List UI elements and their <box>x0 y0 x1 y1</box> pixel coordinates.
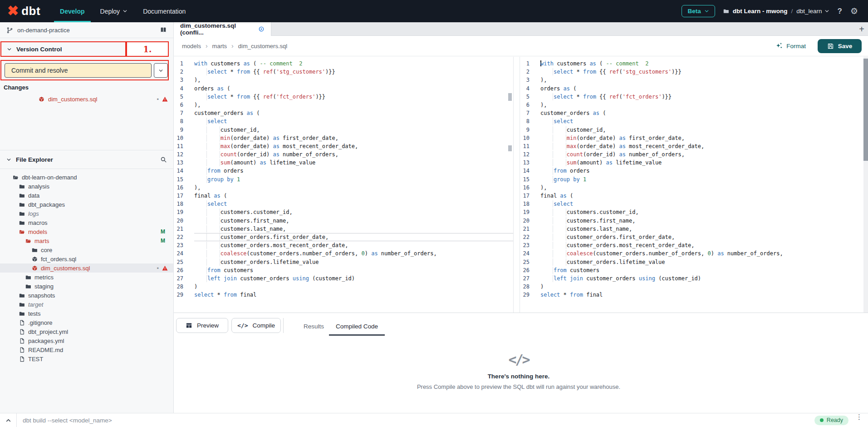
code-line-21[interactable]: 21 customers.last_name, <box>174 225 513 233</box>
changed-file-dim_customers.sql[interactable]: dim_customers.sql• <box>0 94 173 104</box>
tab-dim-customers[interactable]: dim_customers.sql (confli... <box>174 22 271 36</box>
nav-item-develop[interactable]: Develop <box>52 0 92 22</box>
code-editor-right[interactable]: 1with customers as ( -- comment 22 selec… <box>520 57 868 313</box>
code-line-21[interactable]: 21 customers.last_name, <box>520 225 868 233</box>
code-line-17[interactable]: 17final as ( <box>520 192 868 200</box>
code-line-13[interactable]: 13 sum(amount) as lifetime_value <box>174 159 513 167</box>
tree-item-fct_orders.sql[interactable]: fct_orders.sql <box>0 254 173 263</box>
nav-item-deploy[interactable]: Deploy <box>93 0 136 22</box>
collapse-panel-button[interactable] <box>0 417 16 423</box>
code-line-15[interactable]: 15 group by 1 <box>174 175 513 184</box>
tab-results[interactable]: Results <box>303 318 325 334</box>
new-tab-button[interactable]: + <box>859 22 864 36</box>
beta-dropdown[interactable]: Beta <box>682 5 715 17</box>
code-line-12[interactable]: 12 count(order_id) as number_of_orders, <box>174 150 513 159</box>
tree-item-tests[interactable]: tests <box>0 309 173 318</box>
code-line-8[interactable]: 8 select <box>174 117 513 125</box>
nav-item-documentation[interactable]: Documentation <box>135 0 193 22</box>
tree-item-staging[interactable]: staging <box>0 282 173 291</box>
code-line-11[interactable]: 11 max(order_date) as most_recent_order_… <box>174 142 513 150</box>
code-line-5[interactable]: 5 select * from {{ ref('fct_orders')}} <box>520 93 868 101</box>
tree-item-data[interactable]: data <box>0 191 173 200</box>
code-editor-left[interactable]: 1with customers as ( -- comment 22 selec… <box>174 57 513 313</box>
code-line-4[interactable]: 4orders as ( <box>520 84 868 93</box>
code-line-14[interactable]: 14 from orders <box>174 167 513 175</box>
tree-item-target[interactable]: target <box>0 300 173 309</box>
tree-item-macros[interactable]: macros <box>0 218 173 227</box>
format-button[interactable]: Format <box>775 42 806 50</box>
docs-book-icon[interactable] <box>160 26 167 34</box>
code-line-23[interactable]: 23 customer_orders.most_recent_order_dat… <box>174 241 513 249</box>
tree-item-.gitignore[interactable]: .gitignore <box>0 318 173 327</box>
tree-item-TEST[interactable]: TEST <box>0 354 173 363</box>
code-line-26[interactable]: 26 from customers <box>520 266 868 274</box>
code-line-9[interactable]: 9 customer_id, <box>520 126 868 134</box>
code-line-15[interactable]: 15 group by 1 <box>520 175 868 184</box>
compile-button[interactable]: </> Compile <box>231 318 281 333</box>
tree-item-models[interactable]: modelsM <box>0 227 173 236</box>
breadcrumb-file[interactable]: dim_customers.sql <box>238 43 287 50</box>
code-line-12[interactable]: 12 count(order_id) as number_of_orders, <box>520 150 868 159</box>
code-line-17[interactable]: 17final as ( <box>174 192 513 200</box>
breadcrumb-marts[interactable]: marts <box>212 43 227 50</box>
breadcrumb-models[interactable]: models <box>182 43 201 50</box>
code-line-10[interactable]: 10 min(order_date) as first_order_date, <box>174 134 513 142</box>
code-line-29[interactable]: 29select * from final <box>174 291 513 299</box>
save-button[interactable]: Save <box>818 39 862 53</box>
kebab-menu-icon[interactable]: ⋮​ <box>856 414 863 426</box>
tree-item-dbt-learn-on-demand[interactable]: dbt-learn-on-demand <box>0 173 173 182</box>
commit-and-resolve-button[interactable]: Commit and resolve <box>5 63 152 78</box>
code-line-14[interactable]: 14 from orders <box>520 167 868 175</box>
search-icon[interactable] <box>160 156 167 163</box>
tree-item-README.md[interactable]: README.md <box>0 345 173 354</box>
branch-selector[interactable]: on-demand-practice <box>0 22 173 38</box>
code-line-6[interactable]: 6), <box>520 101 868 109</box>
pane-resize-gutter[interactable] <box>513 57 520 313</box>
code-line-10[interactable]: 10 min(order_date) as first_order_date, <box>520 134 868 142</box>
tree-item-dbt_packages[interactable]: dbt_packages <box>0 200 173 209</box>
code-line-3[interactable]: 3), <box>520 76 868 84</box>
code-line-24[interactable]: 24 coalesce(customer_orders.number_of_or… <box>520 249 868 258</box>
code-line-4[interactable]: 4orders as ( <box>174 84 513 93</box>
code-line-28[interactable]: 28) <box>174 283 513 291</box>
gear-icon[interactable]: ⚙ <box>850 7 858 15</box>
tree-item-dbt_project.yml[interactable]: dbt_project.yml <box>0 327 173 336</box>
code-line-23[interactable]: 23 customer_orders.most_recent_order_dat… <box>520 241 868 249</box>
tree-item-core[interactable]: core <box>0 245 173 254</box>
code-line-7[interactable]: 7customer_orders as ( <box>520 109 868 117</box>
code-line-13[interactable]: 13 sum(amount) as lifetime_value <box>520 159 868 167</box>
code-line-5[interactable]: 5 select * from {{ ref('fct_orders')}} <box>174 93 513 101</box>
code-line-3[interactable]: 3), <box>174 76 513 84</box>
command-input[interactable]: dbt build --select <model_name> <box>23 417 814 424</box>
code-line-25[interactable]: 25 customer_orders.lifetime_value <box>174 258 513 266</box>
code-line-29[interactable]: 29select * from final <box>520 291 868 299</box>
tree-item-dim_customers.sql[interactable]: dim_customers.sql• <box>0 263 173 273</box>
preview-button[interactable]: Preview <box>176 318 228 333</box>
code-line-1[interactable]: 1with customers as ( -- comment 2 <box>174 60 513 68</box>
code-line-25[interactable]: 25 customer_orders.lifetime_value <box>520 258 868 266</box>
version-control-header[interactable]: Version Control <box>0 41 126 57</box>
code-line-18[interactable]: 18 select <box>520 200 868 208</box>
code-line-7[interactable]: 7customer_orders as ( <box>174 109 513 117</box>
code-line-19[interactable]: 19 customers.customer_id, <box>174 208 513 216</box>
code-line-22[interactable]: 22 customer_orders.first_order_date, <box>520 233 868 241</box>
file-explorer-header[interactable]: File Explorer <box>0 150 173 169</box>
tree-item-analysis[interactable]: analysis <box>0 182 173 191</box>
code-line-16[interactable]: 16), <box>174 184 513 192</box>
code-line-24[interactable]: 24 coalesce(customer_orders.number_of_or… <box>174 249 513 258</box>
tree-item-logs[interactable]: logs <box>0 209 173 218</box>
tab-compiled-code[interactable]: Compiled Code <box>329 318 385 334</box>
help-icon[interactable]: ? <box>838 7 842 16</box>
code-line-20[interactable]: 20 customers.first_name, <box>520 217 868 225</box>
code-line-19[interactable]: 19 customers.customer_id, <box>520 208 868 216</box>
tree-item-packages.yml[interactable]: packages.yml <box>0 336 173 345</box>
code-line-18[interactable]: 18 select <box>174 200 513 208</box>
code-line-1[interactable]: 1with customers as ( -- comment 2 <box>520 60 868 68</box>
dbt-logo[interactable]: ✖ dbt <box>0 0 52 22</box>
code-line-9[interactable]: 9 customer_id, <box>174 126 513 134</box>
code-line-2[interactable]: 2 select * from {{ ref('stg_customers')}… <box>174 68 513 76</box>
tree-item-marts[interactable]: martsM <box>0 236 173 245</box>
code-line-20[interactable]: 20 customers.first_name, <box>174 217 513 225</box>
code-line-16[interactable]: 16), <box>520 184 868 192</box>
code-line-27[interactable]: 27 left join customer_orders using (cust… <box>174 274 513 283</box>
